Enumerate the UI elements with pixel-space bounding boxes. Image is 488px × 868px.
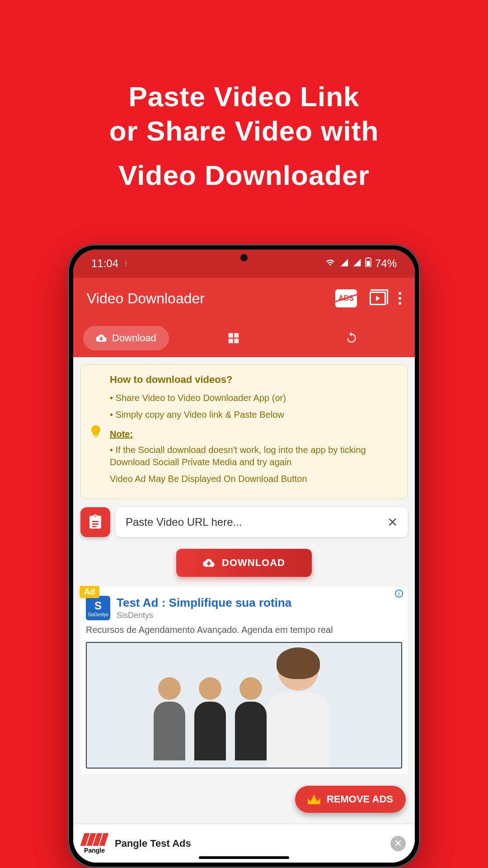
status-time: 11:04 <box>91 257 118 270</box>
wifi-icon <box>324 257 336 270</box>
remove-ads-button[interactable]: REMOVE ADS <box>295 786 406 813</box>
ad-tag: Ad <box>80 586 99 598</box>
app-bar: Video Downloader ADS <box>73 278 415 319</box>
promo-headline: Paste Video Link or Share Video with Vid… <box>0 0 488 194</box>
url-input[interactable]: Paste Video URL here... ✕ <box>116 507 408 537</box>
close-ad-icon[interactable]: ✕ <box>390 836 406 851</box>
cloud-download-icon <box>203 557 215 569</box>
camera-notch <box>240 254 248 261</box>
home-indicator[interactable] <box>199 856 289 859</box>
svg-rect-2 <box>367 257 369 258</box>
how-to-card: How to download videos? • Share Video to… <box>80 364 408 499</box>
phone-screen: 11:04 ⁝ 74% Video Downloader <box>73 250 415 863</box>
lightbulb-icon <box>88 424 103 439</box>
promo-line-2: or Share Video with <box>0 116 488 146</box>
refresh-icon <box>345 331 358 345</box>
url-row: Paste Video URL here... ✕ <box>80 507 408 537</box>
ad-image <box>86 642 402 769</box>
signal-icon <box>340 257 349 270</box>
svg-rect-1 <box>366 261 370 266</box>
hint-bullet-1: • Share Video to Video Downloader App (o… <box>110 392 397 404</box>
cloud-download-icon <box>96 333 107 344</box>
bottom-ad-text: Pangle Test Ads <box>115 838 382 849</box>
video-library-icon[interactable] <box>370 292 386 305</box>
tab-bar: Download <box>73 319 415 357</box>
note-label: Note: <box>110 429 397 439</box>
ad-logo: SSisDentys <box>86 596 110 620</box>
battery-icon <box>365 257 371 270</box>
clipboard-icon <box>88 514 103 530</box>
ad-title: Test Ad : Simplifique sua rotina <box>117 596 291 610</box>
tab-refresh[interactable] <box>299 331 405 345</box>
promo-line-1: Paste Video Link <box>0 81 488 112</box>
ad-description: Recursos de Agendamento Avançado. Agenda… <box>86 624 402 636</box>
grid-icon <box>227 331 240 345</box>
phone-frame: 11:04 ⁝ 74% Video Downloader <box>68 244 420 868</box>
app-title: Video Downloader <box>87 290 205 307</box>
ad-brand: SisDentys <box>117 611 291 620</box>
banner-ad[interactable]: Ad i SSisDentys Test Ad : Simplifique su… <box>80 587 408 774</box>
paste-button[interactable] <box>80 507 110 537</box>
download-button[interactable]: DOWNLOAD <box>176 549 312 577</box>
note-text: • If the Sociall download doesn't work, … <box>110 444 397 468</box>
download-button-label: DOWNLOAD <box>222 557 285 569</box>
hint-bullet-2: • Simply copy any Video link & Paste Bel… <box>110 409 397 421</box>
hint-title: How to download videos? <box>110 374 397 386</box>
crown-icon <box>308 794 320 804</box>
promo-line-3: Video Downloader <box>0 157 488 194</box>
remove-ads-label: REMOVE ADS <box>327 793 393 805</box>
status-misc-icon: ⁝ <box>125 259 127 269</box>
clear-input-icon[interactable]: ✕ <box>387 515 398 530</box>
no-ads-icon[interactable]: ADS <box>335 289 357 307</box>
main-content: How to download videos? • Share Video to… <box>73 357 415 863</box>
tab-download[interactable]: Download <box>83 326 169 350</box>
signal-icon-2 <box>352 257 361 270</box>
pangle-logo: Pangle <box>82 833 107 854</box>
ad-notice: Video Ad May Be Displayed On Download Bu… <box>110 473 397 485</box>
overflow-menu-icon[interactable] <box>399 292 401 305</box>
ad-info-icon[interactable]: i <box>395 590 403 598</box>
battery-percent: 74% <box>375 257 397 270</box>
url-placeholder: Paste Video URL here... <box>126 516 242 528</box>
tab-download-label: Download <box>112 332 156 344</box>
tab-social[interactable] <box>181 331 287 345</box>
